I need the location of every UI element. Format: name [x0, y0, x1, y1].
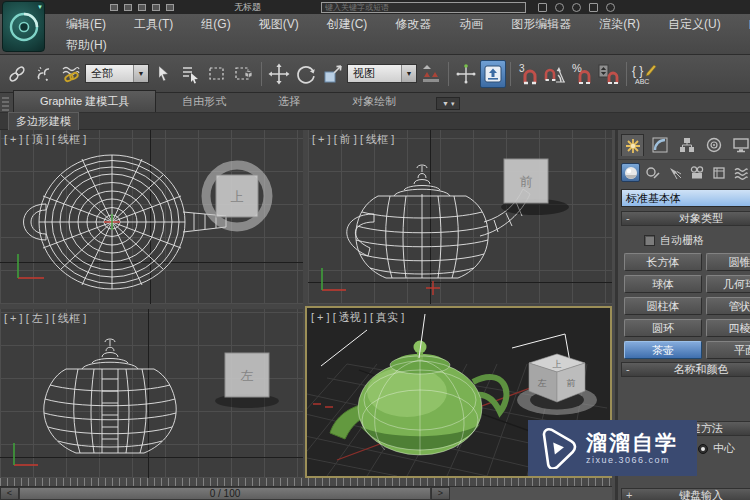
menu-edit[interactable]: 编辑(E): [52, 16, 120, 33]
primitive-category-dropdown[interactable]: 标准基本体: [621, 189, 750, 207]
button-box[interactable]: 长方体: [624, 253, 702, 271]
center-radio-button[interactable]: [698, 444, 708, 454]
snaps-toggle-3d-button[interactable]: 3: [515, 60, 541, 88]
edit-named-selection-sets-button[interactable]: { } ABC: [631, 60, 657, 88]
category-shapes[interactable]: [643, 163, 662, 182]
viewport-top-label[interactable]: [ + ] [ 顶 ] [ 线框 ]: [4, 132, 86, 147]
button-teapot[interactable]: 茶壶: [624, 341, 702, 359]
viewport-top[interactable]: [ + ] [ 顶 ] [ 线框 ] 上: [0, 130, 303, 304]
tab-motion[interactable]: [702, 134, 725, 156]
teapot-left-wireframe[interactable]: [44, 339, 176, 453]
community-icon[interactable]: [589, 3, 598, 12]
button-cylinder[interactable]: 圆柱体: [624, 297, 702, 315]
viewcube-perspective[interactable]: 上 左 前: [517, 354, 597, 415]
category-cameras[interactable]: [687, 163, 706, 182]
rollout-keyboard-entry[interactable]: + 键盘输入: [621, 488, 750, 500]
tab-modify[interactable]: [648, 134, 671, 156]
search-input[interactable]: [322, 3, 525, 12]
button-pyramid[interactable]: 四棱锥: [706, 319, 750, 337]
select-and-manipulate-button[interactable]: [453, 60, 479, 88]
menu-help[interactable]: 帮助(H): [52, 37, 121, 54]
viewport-perspective-label[interactable]: [ + ] [ 透视 ] [ 真实 ]: [311, 310, 404, 325]
rollout-name-color[interactable]: - 名称和颜色: [621, 362, 750, 377]
button-sphere[interactable]: 球体: [624, 275, 702, 293]
select-and-move-button[interactable]: [266, 60, 292, 88]
redo-icon[interactable]: [166, 4, 174, 11]
save-file-icon[interactable]: [138, 4, 146, 11]
menu-group[interactable]: 组(G): [187, 16, 244, 33]
time-slider[interactable]: 0 / 100: [19, 487, 431, 500]
unlink-selection-button[interactable]: [31, 60, 57, 88]
favorites-icon[interactable]: [572, 3, 581, 12]
viewcube-front[interactable]: 前: [501, 159, 569, 215]
category-spacewarps[interactable]: [731, 163, 750, 182]
select-object-button[interactable]: [150, 60, 176, 88]
ribbon-minimize-button[interactable]: ▼ ▾: [436, 97, 460, 110]
tab-selection[interactable]: 选择: [252, 91, 326, 112]
ribbon-grip-handle[interactable]: [2, 95, 9, 111]
viewport-front-label[interactable]: [ + ] [ 前 ] [ 线框 ]: [312, 132, 394, 147]
new-file-icon[interactable]: [110, 4, 118, 11]
menu-modifiers[interactable]: 修改器: [381, 16, 445, 33]
button-torus[interactable]: 圆环: [624, 319, 702, 337]
tab-display[interactable]: [729, 134, 750, 156]
viewport-left-label[interactable]: [ + ] [ 左 ] [ 线框 ]: [4, 311, 86, 326]
category-lights[interactable]: [665, 163, 684, 182]
tab-create[interactable]: [621, 134, 644, 156]
next-frame-button[interactable]: >: [431, 487, 450, 500]
bind-to-spacewarp-button[interactable]: [58, 60, 84, 88]
select-and-scale-button[interactable]: [320, 60, 346, 88]
viewcube-top[interactable]: 上: [206, 165, 268, 227]
menu-customize[interactable]: 自定义(U): [654, 16, 735, 33]
category-geometry[interactable]: [621, 163, 640, 182]
tab-graphite-modeling[interactable]: Graphite 建模工具: [13, 90, 156, 112]
window-crossing-button[interactable]: [231, 60, 257, 88]
menu-create[interactable]: 创建(C): [313, 16, 382, 33]
track-bar-ruler[interactable]: [0, 478, 612, 487]
selection-filter-dropdown[interactable]: 全部 ▼: [85, 64, 149, 83]
use-pivot-point-button[interactable]: [418, 60, 444, 88]
menu-animation[interactable]: 动画: [445, 16, 497, 33]
viewcube-left[interactable]: 左: [215, 353, 279, 408]
teapot-perspective[interactable]: [330, 341, 506, 456]
help-icon[interactable]: [606, 3, 615, 12]
spinner-snap-button[interactable]: [596, 60, 622, 88]
menu-rendering[interactable]: 渲染(R): [585, 16, 654, 33]
polygon-modeling-panel[interactable]: 多边形建模: [8, 112, 79, 131]
menu-tools[interactable]: 工具(T): [120, 16, 187, 33]
menu-graph-editors[interactable]: 图形编辑器: [497, 16, 585, 33]
reference-coordinate-dropdown[interactable]: 视图 ▼: [347, 64, 417, 83]
open-file-icon[interactable]: [124, 4, 132, 11]
select-and-link-button[interactable]: [4, 60, 30, 88]
rollout-object-type[interactable]: - 对象类型: [621, 211, 750, 226]
rectangular-selection-region-button[interactable]: [204, 60, 230, 88]
autogrid-checkbox[interactable]: [644, 235, 655, 246]
button-geosphere[interactable]: 几何球体: [706, 275, 750, 293]
keyword-search[interactable]: [321, 2, 526, 13]
max-application-button[interactable]: ▼: [2, 1, 45, 52]
tab-freeform[interactable]: 自由形式: [156, 91, 252, 112]
menu-maxscript[interactable]: MAXScript(M): [735, 18, 750, 32]
button-plane[interactable]: 平面: [706, 341, 750, 359]
category-helpers[interactable]: [709, 163, 728, 182]
teapot-front-wireframe[interactable]: [347, 165, 530, 278]
sign-in-icon[interactable]: [555, 3, 564, 12]
button-tube[interactable]: 管状体: [706, 297, 750, 315]
button-cone[interactable]: 圆锥体: [706, 253, 750, 271]
command-panel-tabs: [618, 130, 750, 160]
search-icon[interactable]: [538, 3, 547, 12]
tab-object-paint[interactable]: 对象绘制: [326, 91, 422, 112]
viewport-left[interactable]: [ + ] [ 左 ] [ 线框 ] 左: [0, 309, 303, 478]
tab-hierarchy[interactable]: [675, 134, 698, 156]
undo-icon[interactable]: [152, 4, 160, 11]
angle-snap-button[interactable]: [542, 60, 568, 88]
keyboard-override-toggle[interactable]: [480, 60, 506, 88]
previous-frame-button[interactable]: <: [0, 487, 19, 500]
menu-views[interactable]: 视图(V): [245, 16, 313, 33]
select-and-rotate-button[interactable]: [293, 60, 319, 88]
teapot-top-wireframe[interactable]: [24, 155, 227, 289]
angle-snap-icon: [543, 62, 567, 86]
select-by-name-button[interactable]: [177, 60, 203, 88]
percent-snap-button[interactable]: %: [569, 60, 595, 88]
viewport-front[interactable]: [ + ] [ 前 ] [ 线框 ] 前: [308, 130, 612, 304]
